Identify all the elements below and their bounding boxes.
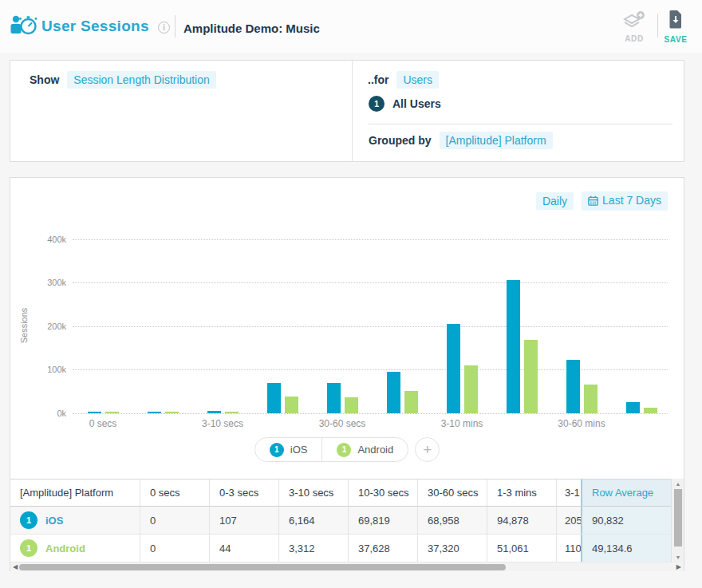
bar-android-3-10-secs[interactable] (225, 412, 239, 413)
table-cell-row-average: 49,134.6 (581, 535, 671, 562)
bar-android-30-60-secs[interactable] (345, 397, 358, 413)
chart-legend: 1 iOS 1 Android + (10, 437, 684, 462)
bar-ios-3-10-secs[interactable] (207, 411, 221, 413)
page-title: User Sessions (41, 18, 149, 35)
add-to-dashboard-icon (622, 18, 646, 31)
save-file-icon (668, 18, 684, 32)
column-header[interactable]: 10-30 secs (349, 479, 418, 506)
bar-android-0-3-secs[interactable] (165, 412, 179, 413)
metric-selector[interactable]: Session Length Distribution (67, 71, 215, 89)
bar-ios-0-secs[interactable] (88, 412, 101, 413)
ios-series-badge: 1 (270, 443, 284, 457)
bar-android-1-3-mins[interactable] (404, 391, 418, 413)
bar-ios-30-60-mins[interactable] (566, 360, 580, 413)
ios-row-label: iOS (45, 515, 63, 527)
android-row-badge: 1 (20, 539, 37, 557)
table-cell: 0 (140, 507, 210, 534)
results-table: [Amplitude] Platform 0 secs 0-3 secs 3-1… (10, 479, 671, 562)
vertical-scroll-thumb[interactable] (674, 489, 682, 547)
table-cell-row-average: 90,832 (581, 507, 671, 534)
table-cell: 69,819 (349, 507, 418, 534)
add-series-button[interactable]: + (415, 437, 440, 462)
y-tick: 200k (30, 322, 66, 331)
table-cell: 51,061 (487, 535, 557, 562)
bar-android-0-secs[interactable] (105, 412, 119, 413)
ios-series-label: iOS (290, 444, 308, 456)
column-header[interactable]: 1-3 mins (487, 479, 557, 506)
group-by-selector[interactable]: [Amplitude] Platform (440, 132, 553, 149)
column-header-truncated[interactable]: 3-1 (557, 479, 581, 506)
ios-row-badge: 1 (20, 511, 37, 529)
x-axis-label: 0 secs (67, 418, 139, 429)
column-header-row-average[interactable]: Row Average (581, 479, 671, 506)
horizontal-scroll-thumb[interactable] (19, 564, 506, 570)
table-row-android[interactable]: 1 Android 0 44 3,312 37,628 37,320 51,06… (10, 535, 671, 562)
bar-android-10-30-secs[interactable] (285, 397, 298, 413)
bar-ios-10-30-mins[interactable] (507, 280, 520, 413)
gridline-0k (73, 413, 668, 414)
query-controls-panel: Show Session Length Distribution ..for U… (10, 60, 684, 162)
table-cell: 68,958 (418, 507, 487, 534)
table-vertical-scrollbar[interactable]: ▲ ▼ (671, 479, 684, 562)
segment-name[interactable]: All Users (392, 97, 441, 110)
table-cell: 44 (210, 535, 279, 562)
bar-ios-30-60-secs[interactable] (327, 383, 341, 413)
controls-panel-divider (352, 61, 353, 161)
scroll-down-arrow[interactable]: ▼ (672, 554, 684, 560)
table-cell: 94,878 (487, 507, 557, 534)
y-tick: 100k (30, 365, 66, 374)
table-horizontal-scrollbar[interactable]: ◀ ▶ (10, 562, 684, 571)
x-axis-label: 30-60 secs (306, 418, 378, 429)
table-cell-truncated: 205 (557, 507, 581, 534)
user-type-selector[interactable]: Users (396, 71, 439, 89)
legend-item-ios[interactable]: 1 iOS (255, 438, 322, 461)
android-series-label: Android (357, 444, 393, 456)
bar-ios-10-30-secs[interactable] (267, 383, 281, 413)
legend-item-android[interactable]: 1 Android (321, 438, 408, 461)
column-header[interactable]: 0 secs (140, 479, 210, 506)
save-button[interactable]: SAVE (657, 10, 694, 44)
scroll-right-arrow[interactable]: ▶ (676, 562, 681, 571)
column-header[interactable]: 0-3 secs (210, 479, 279, 506)
column-header-platform[interactable]: [Amplitude] Platform (10, 479, 140, 506)
bar-android-60-mins[interactable] (644, 408, 657, 413)
for-label: ..for (368, 73, 388, 86)
table-cell: 0 (140, 535, 210, 562)
chart-panel: Daily Last 7 Days Sessions 400k 300k 200… (10, 177, 684, 571)
header-divider (175, 15, 176, 37)
bar-ios-60-mins[interactable] (626, 402, 640, 413)
column-header[interactable]: 30-60 secs (418, 479, 487, 506)
table-cell: 3,312 (279, 535, 349, 562)
android-series-badge: 1 (337, 443, 351, 457)
bar-ios-1-3-mins[interactable] (387, 372, 400, 413)
user-sessions-icon (10, 12, 38, 44)
show-label: Show (30, 73, 59, 86)
segment-badge: 1 (369, 96, 385, 112)
column-header[interactable]: 3-10 secs (279, 479, 349, 506)
bar-android-3-10-mins[interactable] (464, 365, 478, 413)
y-axis-title: Sessions (19, 294, 29, 357)
y-tick: 0k (30, 408, 66, 418)
bar-android-30-60-mins[interactable] (584, 385, 597, 413)
x-axis-label: 3-10 mins (426, 418, 498, 429)
bar-android-10-30-mins[interactable] (524, 340, 538, 413)
table-header-row: [Amplitude] Platform 0 secs 0-3 secs 3-1… (10, 479, 671, 507)
table-row-ios[interactable]: 1 iOS 0 107 6,164 69,819 68,958 94,878 2… (10, 507, 671, 535)
info-icon[interactable]: i (158, 22, 170, 34)
android-row-label: Android (45, 543, 85, 554)
scroll-left-arrow[interactable]: ◀ (13, 562, 18, 571)
x-axis-label: 3-10 secs (187, 418, 258, 429)
add-button[interactable]: ADD (616, 10, 653, 43)
gridline-300k (73, 282, 668, 283)
bar-ios-3-10-mins[interactable] (447, 324, 460, 413)
legend-pill: 1 iOS 1 Android (254, 437, 408, 462)
scroll-up-arrow[interactable]: ▲ (672, 481, 684, 487)
table-cell: 6,164 (279, 507, 349, 534)
save-button-label: SAVE (657, 35, 694, 44)
add-button-label: ADD (616, 34, 653, 43)
gridline-400k (73, 239, 668, 240)
bar-ios-0-3-secs[interactable] (148, 412, 161, 413)
project-name: Amplitude Demo: Music (183, 22, 320, 35)
table-cell: 37,628 (349, 535, 418, 562)
x-axis-label: 30-60 mins (546, 418, 617, 429)
